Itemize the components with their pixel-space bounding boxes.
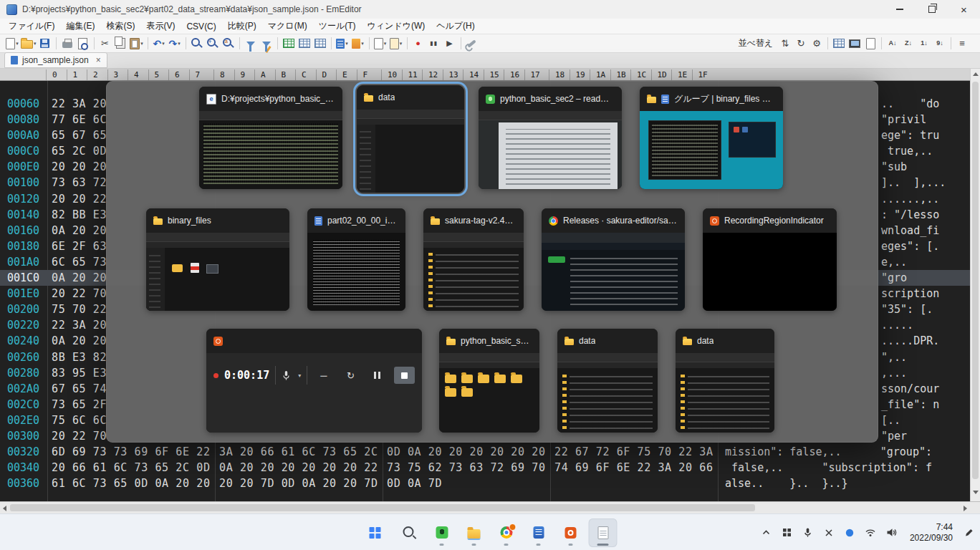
save-icon[interactable]	[37, 37, 53, 51]
replace-icon[interactable]	[221, 37, 236, 51]
tray-wifi-icon[interactable]	[864, 526, 877, 539]
alt-tab-window-chrome-releases[interactable]: Releases · sakura-editor/sa…	[542, 208, 685, 311]
cut-icon[interactable]: ✂	[97, 37, 113, 51]
menu-macros[interactable]: マクロ(M)	[262, 19, 313, 34]
menu-csv[interactable]: CSV(C)	[181, 20, 221, 33]
funnel-edit-icon[interactable]	[259, 37, 274, 51]
refresh-icon[interactable]: ↻	[793, 37, 809, 51]
tray-mic-icon[interactable]	[802, 526, 815, 539]
tray-blue-dot-icon[interactable]	[843, 526, 856, 539]
pause-icon[interactable]: ▮▮	[426, 37, 442, 51]
table-num-icon[interactable]	[312, 37, 328, 51]
menu-tools[interactable]: ツール(T)	[313, 19, 362, 34]
sort-za-icon[interactable]: Z↓	[900, 37, 916, 51]
alt-tab-window-data-2[interactable]: data	[557, 329, 658, 433]
vertical-scroll-thumb[interactable]	[972, 82, 979, 479]
alt-tab-window-emeditor[interactable]: e D:¥projects¥python_basic_…	[199, 87, 342, 189]
wrench-icon[interactable]	[464, 37, 480, 51]
tray-close-icon[interactable]	[822, 526, 835, 539]
taskbar-explorer-button[interactable]	[460, 518, 489, 547]
tray-grid-icon[interactable]	[781, 526, 794, 539]
menu-search[interactable]: 検索(S)	[100, 19, 140, 34]
tab-json-sample[interactable]: json_sample.json ×	[4, 52, 107, 68]
tray-volume-icon[interactable]	[885, 526, 898, 539]
scroll-left-icon[interactable]	[3, 506, 6, 511]
new-file-icon[interactable]: ▾	[4, 37, 20, 51]
menu-view[interactable]: 表示(V)	[140, 19, 181, 34]
hex-row-00340[interactable]: 0034020 66 61 6C 73 65 2C 0D0A 20 20 20 …	[0, 460, 970, 476]
pause-recording-button[interactable]	[367, 367, 388, 384]
stop-recording-button[interactable]	[394, 367, 415, 384]
taskbar-recorder-button[interactable]	[557, 518, 585, 547]
funnel-icon[interactable]	[243, 37, 259, 51]
print-icon[interactable]	[59, 37, 75, 51]
taskbar-green-app-button[interactable]	[428, 518, 456, 547]
taskbar-chrome-button[interactable]	[492, 518, 521, 547]
page-b-icon[interactable]: ▾	[388, 37, 404, 51]
alt-tab-window-binary-files[interactable]: binary_files	[146, 208, 289, 311]
menu-window[interactable]: ウィンドウ(W)	[362, 19, 431, 34]
record-icon[interactable]: ●	[410, 37, 426, 51]
alt-tab-window-readme[interactable]: python_basic_sec2 – readm…	[479, 87, 622, 189]
alt-tab-window-data-3[interactable]: data	[676, 329, 774, 433]
taskbar-start-button[interactable]	[363, 518, 392, 547]
restore-button[interactable]	[916, 0, 948, 19]
sort-az-icon[interactable]: A↓	[885, 37, 900, 51]
menu-help[interactable]: ヘルプ(H)	[431, 19, 481, 34]
redo-icon[interactable]: ↷▾	[167, 37, 183, 51]
alt-tab-window-part02[interactable]: part02_00_00_i…	[307, 208, 405, 311]
minimize-button[interactable]	[883, 0, 916, 19]
page-icon[interactable]	[863, 37, 878, 51]
page-a-icon[interactable]: ▾	[373, 37, 388, 51]
vertical-scrollbar[interactable]	[970, 69, 980, 501]
menu-edit[interactable]: 編集(E)	[60, 19, 100, 34]
sort-icon[interactable]: ⇅	[777, 37, 793, 51]
menu-compare[interactable]: 比較(P)	[222, 19, 262, 34]
alt-tab-window-recorder-controls[interactable]: 0:00:17 ▾ ─ ↻	[206, 329, 422, 433]
hex-row-00320[interactable]: 003206D 69 73 73 69 6F 6E 223A 20 66 61 …	[0, 444, 970, 460]
horizontal-scroll-thumb[interactable]	[10, 504, 755, 511]
table-conv-icon[interactable]	[297, 37, 312, 51]
find-next-icon[interactable]	[205, 37, 221, 51]
taskbar-notebook-button[interactable]	[524, 518, 553, 547]
tab-close-icon[interactable]: ×	[96, 55, 101, 65]
open-folder-icon[interactable]: ▾	[20, 37, 37, 51]
tray-chevron-up-icon[interactable]	[760, 526, 773, 539]
sort-19-icon[interactable]: 1↓	[916, 37, 932, 51]
alt-tab-window-sakura-tag[interactable]: sakura-tag-v2.4…	[423, 208, 524, 311]
horizontal-scrollbar[interactable]	[0, 501, 980, 513]
undo-icon[interactable]: ↶▾	[151, 37, 167, 51]
pen-icon[interactable]	[964, 527, 974, 538]
microphone-icon[interactable]	[282, 370, 291, 381]
doc-blue-icon[interactable]: ▾	[335, 37, 350, 51]
gear-icon[interactable]: ⚙	[809, 37, 825, 51]
preview-icon[interactable]	[75, 37, 91, 51]
hex-row-00360[interactable]: 0036061 6C 73 65 0D 0A 20 2020 20 7D 0D …	[0, 476, 970, 491]
alt-tab-window-python-basic[interactable]: python_basic_s…	[439, 329, 539, 433]
table-green-icon[interactable]	[281, 37, 297, 51]
play-icon[interactable]: ▶	[442, 37, 458, 51]
list-icon[interactable]: ≡	[954, 37, 970, 51]
table-icon[interactable]	[831, 37, 847, 51]
taskbar-search-button[interactable]	[395, 518, 424, 547]
alt-tab-window-recording-region[interactable]: RecordingRegionIndicator	[703, 208, 837, 311]
alt-tab-window-data-selected[interactable]: data	[357, 85, 464, 193]
menu-file[interactable]: ファイル(F)	[3, 19, 60, 34]
paste-icon[interactable]: ▾	[129, 37, 145, 51]
scroll-up-icon[interactable]	[973, 72, 979, 76]
alt-tab-window-group[interactable]: グループ | binary_files と…	[640, 87, 783, 189]
monitor-icon[interactable]	[847, 37, 863, 51]
minimize-recorder-button[interactable]: ─	[313, 367, 334, 384]
scroll-right-icon[interactable]	[964, 506, 967, 511]
copy-icon[interactable]	[113, 37, 129, 51]
sort-91-icon[interactable]: 9↓	[932, 37, 948, 51]
close-button[interactable]: ×	[948, 0, 980, 19]
sort-label[interactable]: 並べ替え	[738, 37, 773, 49]
chevron-down-icon[interactable]: ▾	[298, 372, 301, 379]
taskbar-emeditor-button[interactable]	[589, 518, 618, 547]
find-icon[interactable]	[189, 37, 205, 51]
doc-color-icon[interactable]: ▾	[350, 37, 366, 51]
scroll-down-icon[interactable]	[973, 491, 979, 494]
restart-recording-button[interactable]: ↻	[340, 367, 361, 384]
taskbar-clock[interactable]: 7:44 2022/09/30	[910, 522, 953, 544]
